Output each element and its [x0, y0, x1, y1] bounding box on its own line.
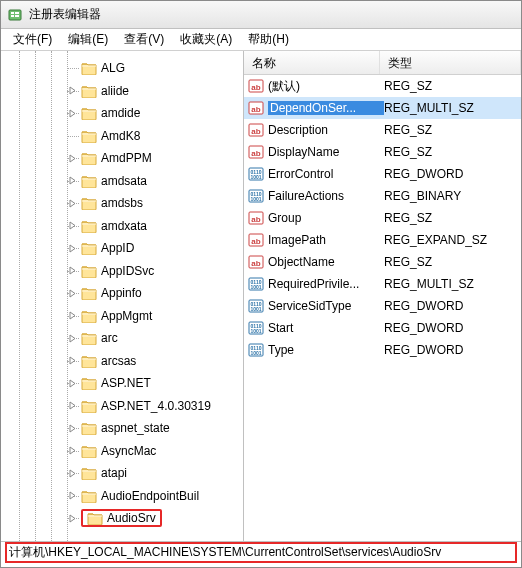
chevron-right-icon[interactable]	[67, 108, 77, 118]
value-row[interactable]: ab(默认)REG_SZ	[244, 75, 521, 97]
svg-rect-4	[15, 15, 19, 17]
svg-text:ab: ab	[251, 105, 260, 114]
chevron-right-icon[interactable]	[67, 153, 77, 163]
tree-item[interactable]: ASP.NET	[1, 372, 243, 395]
chevron-right-icon[interactable]	[67, 243, 77, 253]
col-header-name[interactable]: 名称	[244, 51, 380, 74]
value-pane[interactable]: 名称 类型 ab(默认)REG_SZabDependOnSer...REG_MU…	[244, 51, 521, 541]
tree-item[interactable]: arc	[1, 327, 243, 350]
tree-item[interactable]: AudioEndpointBuil	[1, 485, 243, 508]
tree-pane[interactable]: ALGaliideamdideAmdK8AmdPPMamdsataamdsbsa…	[1, 51, 244, 541]
chevron-right-icon[interactable]	[67, 288, 77, 298]
menu-view[interactable]: 查看(V)	[116, 29, 172, 50]
chevron-right-icon[interactable]	[67, 378, 77, 388]
col-header-type[interactable]: 类型	[380, 51, 521, 74]
tree-item[interactable]: AsyncMac	[1, 440, 243, 463]
tree-item-label: ALG	[101, 61, 125, 75]
svg-text:ab: ab	[251, 127, 260, 136]
menu-edit[interactable]: 编辑(E)	[60, 29, 116, 50]
value-name: FailureActions	[268, 189, 384, 203]
menu-bar: 文件(F) 编辑(E) 查看(V) 收藏夹(A) 帮助(H)	[1, 29, 521, 51]
tree-item[interactable]: AmdPPM	[1, 147, 243, 170]
chevron-right-icon[interactable]	[67, 513, 77, 523]
tree-item-label: arcsas	[101, 354, 136, 368]
tree-item-label: amdsbs	[101, 196, 143, 210]
tree-item[interactable]: ALG	[1, 57, 243, 80]
chevron-right-icon[interactable]	[67, 491, 77, 501]
window-title: 注册表编辑器	[29, 6, 101, 23]
chevron-right-icon[interactable]	[67, 198, 77, 208]
chevron-right-icon[interactable]	[67, 311, 77, 321]
binary-icon: 01101001	[248, 298, 264, 314]
tree-item-label: AudioSrv	[107, 511, 156, 525]
value-name: Group	[268, 211, 384, 225]
chevron-right-icon[interactable]	[67, 333, 77, 343]
value-name: Type	[268, 343, 384, 357]
svg-text:ab: ab	[251, 83, 260, 92]
string-icon: ab	[248, 210, 264, 226]
value-row[interactable]: abGroupREG_SZ	[244, 207, 521, 229]
value-row[interactable]: 01101001TypeREG_DWORD	[244, 339, 521, 361]
tree-item[interactable]: amdsbs	[1, 192, 243, 215]
menu-help[interactable]: 帮助(H)	[240, 29, 297, 50]
chevron-right-icon[interactable]	[67, 468, 77, 478]
value-row[interactable]: abDependOnSer...REG_MULTI_SZ	[244, 97, 521, 119]
chevron-right-icon[interactable]	[67, 266, 77, 276]
tree-item[interactable]: arcsas	[1, 350, 243, 373]
tree-item-label: aspnet_state	[101, 421, 170, 435]
chevron-right-icon[interactable]	[67, 423, 77, 433]
value-row[interactable]: abDisplayNameREG_SZ	[244, 141, 521, 163]
chevron-right-icon[interactable]	[67, 446, 77, 456]
value-name: RequiredPrivile...	[268, 277, 384, 291]
value-row[interactable]: abObjectNameREG_SZ	[244, 251, 521, 273]
svg-text:1001: 1001	[250, 350, 261, 356]
tree-item[interactable]: amdide	[1, 102, 243, 125]
value-row[interactable]: 01101001RequiredPrivile...REG_MULTI_SZ	[244, 273, 521, 295]
menu-file[interactable]: 文件(F)	[5, 29, 60, 50]
tree-item[interactable]: AmdK8	[1, 125, 243, 148]
svg-text:ab: ab	[251, 237, 260, 246]
chevron-right-icon[interactable]	[67, 86, 77, 96]
tree: ALGaliideamdideAmdK8AmdPPMamdsataamdsbsa…	[1, 51, 243, 536]
value-row[interactable]: 01101001StartREG_DWORD	[244, 317, 521, 339]
tree-item-label: AmdPPM	[101, 151, 152, 165]
svg-text:ab: ab	[251, 259, 260, 268]
tree-item[interactable]: AppIDSvc	[1, 260, 243, 283]
binary-icon: 01101001	[248, 342, 264, 358]
svg-text:1001: 1001	[250, 284, 261, 290]
tree-item[interactable]: amdsata	[1, 170, 243, 193]
value-name: ServiceSidType	[268, 299, 384, 313]
tree-item-label: AsyncMac	[101, 444, 156, 458]
value-type: REG_SZ	[384, 123, 521, 137]
tree-item[interactable]: AppMgmt	[1, 305, 243, 328]
value-row[interactable]: 01101001ServiceSidTypeREG_DWORD	[244, 295, 521, 317]
value-type: REG_DWORD	[384, 167, 521, 181]
chevron-right-icon[interactable]	[67, 356, 77, 366]
chevron-right-icon[interactable]	[67, 401, 77, 411]
value-row[interactable]: 01101001ErrorControlREG_DWORD	[244, 163, 521, 185]
tree-item-label: ASP.NET	[101, 376, 151, 390]
tree-item[interactable]: aspnet_state	[1, 417, 243, 440]
svg-rect-2	[11, 15, 14, 17]
tree-item[interactable]: AppID	[1, 237, 243, 260]
tree-item[interactable]: AudioSrv	[1, 507, 243, 530]
tree-item-label: Appinfo	[101, 286, 142, 300]
tree-item[interactable]: atapi	[1, 462, 243, 485]
svg-rect-1	[11, 12, 14, 14]
binary-icon: 01101001	[248, 276, 264, 292]
value-row[interactable]: abDescriptionREG_SZ	[244, 119, 521, 141]
svg-rect-3	[15, 12, 19, 14]
chevron-right-icon[interactable]	[67, 221, 77, 231]
list-body: ab(默认)REG_SZabDependOnSer...REG_MULTI_SZ…	[244, 75, 521, 361]
menu-favorites[interactable]: 收藏夹(A)	[172, 29, 240, 50]
value-name: Start	[268, 321, 384, 335]
tree-item[interactable]: amdxata	[1, 215, 243, 238]
tree-item[interactable]: aliide	[1, 80, 243, 103]
chevron-right-icon[interactable]	[67, 176, 77, 186]
tree-item[interactable]: ASP.NET_4.0.30319	[1, 395, 243, 418]
value-row[interactable]: 01101001FailureActionsREG_BINARY	[244, 185, 521, 207]
status-bar: 计算机\HKEY_LOCAL_MACHINE\SYSTEM\CurrentCon…	[1, 541, 521, 563]
tree-item-label: AppIDSvc	[101, 264, 154, 278]
tree-item[interactable]: Appinfo	[1, 282, 243, 305]
value-row[interactable]: abImagePathREG_EXPAND_SZ	[244, 229, 521, 251]
